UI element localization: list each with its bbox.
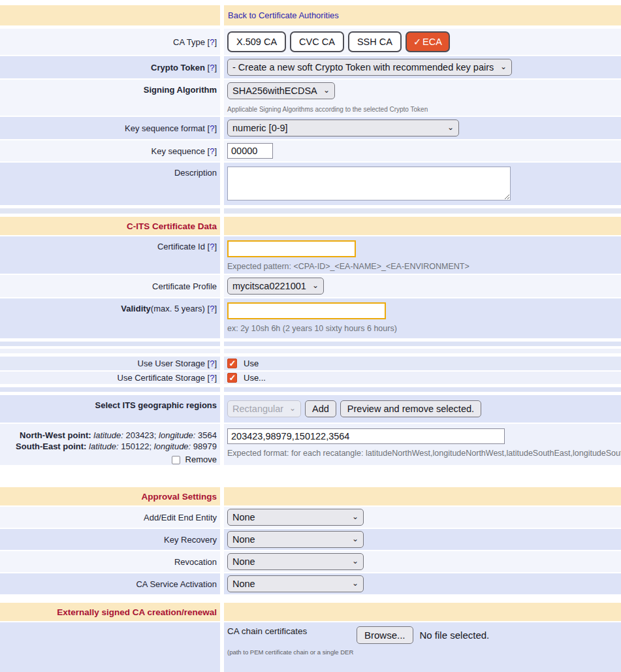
key-recovery-select[interactable]: None bbox=[227, 531, 364, 548]
crypto-token-help-link[interactable]: ? bbox=[210, 63, 214, 72]
use-user-storage-help-link[interactable]: ? bbox=[210, 359, 214, 368]
region-format-help-text: Expected format: for each recatangle: la… bbox=[227, 449, 621, 458]
validity-help-text: ex: 2y 10sh 6h (2 years 10 sixty hours 6… bbox=[227, 324, 397, 333]
geo-regions-cell: Rectangular ⌄ Add Preview and remove sel… bbox=[224, 395, 621, 423]
geo-regions-label: Select ITS geographic regions bbox=[95, 400, 217, 410]
key-sequence-format-help-link[interactable]: ? bbox=[210, 123, 214, 133]
validity-cell: ex: 2y 10sh 6h (2 years 10 sixty hours 6… bbox=[224, 298, 621, 338]
approval-select-cell: None ⌄ bbox=[224, 507, 621, 528]
approval-select-cell: None ⌄ bbox=[224, 551, 621, 572]
certificate-id-input[interactable] bbox=[227, 240, 356, 257]
browse-button[interactable]: Browse... bbox=[357, 626, 413, 644]
ca-type-eca-label: ECA bbox=[422, 37, 442, 47]
use-user-storage-checkbox-label: Use bbox=[244, 359, 259, 368]
certificate-profile-label: Certificate Profile bbox=[152, 281, 217, 291]
spacer-row bbox=[0, 387, 621, 392]
key-recovery-label: Key Recovery bbox=[164, 535, 217, 545]
ca-chain-actions: Browse... No file selected. Make Certifi… bbox=[357, 626, 621, 672]
crypto-token-select[interactable]: - Create a new soft Crypto Token with re… bbox=[227, 59, 512, 76]
certificate-id-label-cell: Certificate Id [?] bbox=[0, 236, 220, 274]
use-certificate-storage-checkbox[interactable] bbox=[227, 373, 237, 383]
validity-label-cell: Validity(max. 5 years) [?] bbox=[0, 298, 220, 338]
top-header-left-cell bbox=[0, 5, 220, 25]
crypto-token-label-cell: Crypto Token [?] bbox=[0, 56, 220, 78]
signing-algorithm-row: Signing Algorithm SHA256withECDSA ⌄ Appl… bbox=[0, 80, 621, 116]
cits-section-right-cell bbox=[224, 217, 621, 235]
ca-service-activation-select[interactable]: None bbox=[227, 575, 364, 592]
region-south-east-point: South-East point: latitude: 150122; long… bbox=[3, 441, 217, 452]
add-edit-end-entity-select-wrap: None ⌄ bbox=[227, 509, 364, 526]
latitude-word: latitude: bbox=[93, 430, 123, 440]
ca-type-row: CA Type [?] X.509 CA CVC CA SSH CA ✓ECA bbox=[0, 29, 621, 55]
use-certificate-storage-help-link[interactable]: ? bbox=[210, 373, 214, 383]
remove-region-checkbox[interactable] bbox=[172, 456, 180, 464]
signing-algorithm-select[interactable]: SHA256withECDSA bbox=[227, 82, 335, 99]
validity-row: Validity(max. 5 years) [?] ex: 2y 10sh 6… bbox=[0, 298, 621, 338]
key-sequence-input[interactable] bbox=[227, 143, 273, 159]
use-certificate-storage-cell: Use... bbox=[224, 372, 621, 384]
ca-chain-cell: CA chain certificates (path to PEM certi… bbox=[224, 622, 621, 672]
top-header-right-cell: Back to Certificate Authorities bbox=[224, 5, 621, 25]
preview-remove-selected-button[interactable]: Preview and remove selected. bbox=[340, 400, 481, 417]
ca-type-ssh-button[interactable]: SSH CA bbox=[348, 31, 402, 52]
use-user-storage-row: Use User Storage [?] Use bbox=[0, 357, 621, 370]
key-sequence-help-link[interactable]: ? bbox=[210, 146, 214, 156]
validity-label-note: (max. 5 years) bbox=[151, 304, 205, 313]
crypto-token-row: Crypto Token [?] - Create a new soft Cry… bbox=[0, 56, 621, 78]
signing-algorithm-label-cell: Signing Algorithm bbox=[0, 80, 220, 116]
key-sequence-format-select[interactable]: numeric [0-9] bbox=[227, 120, 459, 136]
key-sequence-format-label-cell: Key sequence format [?] bbox=[0, 117, 220, 139]
external-section-right-cell bbox=[224, 603, 621, 621]
add-edit-end-entity-select[interactable]: None bbox=[227, 509, 364, 526]
use-certificate-storage-label: Use Certificate Storage bbox=[118, 373, 205, 383]
certificate-profile-select[interactable]: mycitsca0221001 bbox=[227, 278, 324, 295]
certificate-id-row: Certificate Id [?] Expected pattern: <CP… bbox=[0, 236, 621, 274]
approval-select-cell: None ⌄ bbox=[224, 573, 621, 594]
spacer-row bbox=[0, 349, 621, 353]
certificate-profile-label-cell: Certificate Profile bbox=[0, 275, 220, 297]
ca-type-help-link[interactable]: ? bbox=[210, 37, 214, 47]
signing-algorithm-cell: SHA256withECDSA ⌄ Applicable Signing Alg… bbox=[224, 80, 621, 116]
external-section-title-cell: Externally signed CA creation/renewal bbox=[0, 603, 220, 621]
approval-ca-service-activation-row: CA Service Activation None ⌄ bbox=[0, 573, 621, 594]
signing-algorithm-help-text: Applicable Signing Algorithms according … bbox=[227, 106, 428, 113]
ca-type-cvc-button[interactable]: CVC CA bbox=[290, 31, 344, 52]
key-sequence-label-cell: Key sequence [?] bbox=[0, 140, 220, 161]
key-sequence-format-select-wrap: numeric [0-9] ⌄ bbox=[227, 120, 459, 136]
approval-revocation-row: Revocation None ⌄ bbox=[0, 551, 621, 572]
validity-label: Validity bbox=[121, 304, 151, 313]
revocation-select[interactable]: None bbox=[227, 553, 364, 570]
spacer-row bbox=[0, 208, 621, 214]
use-user-storage-label: Use User Storage bbox=[138, 359, 205, 368]
spacer-cell bbox=[0, 387, 220, 392]
ca-type-eca-button[interactable]: ✓ECA bbox=[406, 31, 450, 52]
region-points-cell: North-West point: latitude: 203423; long… bbox=[0, 424, 220, 465]
validity-help-link[interactable]: ? bbox=[210, 304, 214, 313]
ca-type-x509-button[interactable]: X.509 CA bbox=[227, 31, 286, 52]
revocation-label: Revocation bbox=[174, 557, 217, 567]
use-certificate-storage-label-cell: Use Certificate Storage [?] bbox=[0, 372, 220, 384]
description-label: Description bbox=[174, 168, 217, 178]
approval-select-cell: None ⌄ bbox=[224, 529, 621, 550]
add-region-button[interactable]: Add bbox=[305, 400, 336, 417]
south-east-point-label: South-East point: bbox=[16, 441, 86, 451]
spacer-cell bbox=[224, 387, 621, 392]
back-to-certificate-authorities-link[interactable]: Back to Certificate Authorities bbox=[228, 10, 339, 20]
description-row: Description bbox=[0, 163, 621, 205]
region-coordinates-input[interactable] bbox=[227, 428, 505, 444]
add-edit-end-entity-label: Add/Edit End Entity bbox=[144, 513, 217, 522]
validity-input[interactable] bbox=[227, 302, 386, 319]
spacer bbox=[357, 644, 621, 672]
approval-section-header-row: Approval Settings bbox=[0, 487, 621, 505]
crypto-token-cell: - Create a new soft Crypto Token with re… bbox=[224, 56, 621, 78]
description-label-cell: Description bbox=[0, 163, 220, 205]
certificate-id-help-link[interactable]: ? bbox=[210, 242, 214, 251]
signing-algorithm-label: Signing Algorithm bbox=[144, 85, 217, 95]
use-user-storage-checkbox[interactable] bbox=[227, 359, 237, 368]
approval-section-title: Approval Settings bbox=[141, 492, 217, 502]
signing-algorithm-select-wrap: SHA256withECDSA ⌄ bbox=[227, 82, 335, 99]
region-shape-select[interactable]: Rectangular bbox=[227, 400, 301, 417]
description-textarea[interactable] bbox=[227, 167, 511, 200]
region-north-west-point: North-West point: latitude: 203423; long… bbox=[3, 430, 217, 441]
ca-type-label-cell: CA Type [?] bbox=[0, 29, 220, 55]
